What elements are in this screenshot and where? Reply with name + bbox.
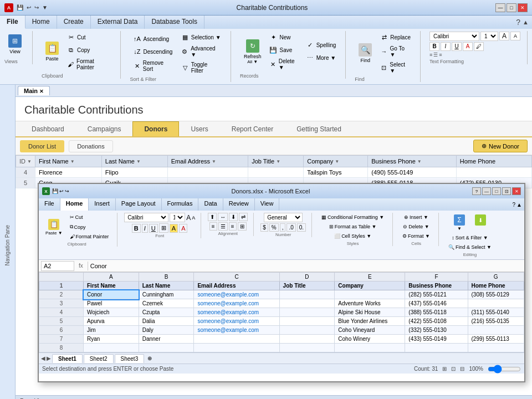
excel-format-as-table-btn[interactable]: ⊞ Format as Table ▼ — [326, 222, 380, 231]
excel-comma-btn[interactable]: , — [280, 223, 286, 232]
excel-cell-b3[interactable]: Czernek — [139, 299, 194, 308]
email-cell[interactable] — [167, 167, 248, 178]
excel-insert-sheet-btn[interactable]: ⊕ — [147, 355, 152, 361]
bold-btn[interactable]: B — [429, 42, 439, 51]
font-size-select[interactable]: 11 — [480, 32, 498, 41]
excel-find-select-btn[interactable]: 🔍 Find & Select ▼ — [446, 243, 494, 252]
excel-help-icon[interactable]: ? — [513, 202, 516, 208]
th-home-phone[interactable]: Home Phone — [456, 156, 531, 167]
excel-close-btn[interactable]: ✕ — [512, 187, 521, 195]
excel-tab-view[interactable]: View — [255, 198, 280, 211]
excel-view-normal-btn[interactable]: ⊞ — [442, 366, 447, 372]
new-record-btn[interactable]: ✦ New — [266, 31, 301, 43]
th-email-address[interactable]: Email Address ▼ — [167, 156, 248, 167]
excel-cell-f1[interactable]: Business Phone — [405, 282, 468, 290]
excel-align-center-btn[interactable]: ☰ — [218, 222, 228, 231]
advanced-btn[interactable]: ⚙ Advanced ▼ — [178, 44, 224, 59]
excel-zoom-slider[interactable] — [488, 365, 521, 374]
excel-cell-d6[interactable] — [279, 326, 335, 335]
excel-sheet-tab-sheet1[interactable]: Sheet1 — [52, 354, 83, 363]
cut-btn[interactable]: ✂ Cut — [64, 31, 114, 43]
excel-cell-g3[interactable] — [468, 299, 524, 308]
excel-cell-c8[interactable] — [194, 344, 279, 352]
excel-cell-a4[interactable]: Wojciech — [84, 308, 139, 317]
excel-underline-btn[interactable]: U — [149, 224, 158, 233]
excel-top-align-btn[interactable]: ⬆ — [208, 213, 217, 221]
replace-btn[interactable]: ⇄ Replace — [377, 31, 413, 43]
excel-cell-b1[interactable]: Last Name — [139, 282, 194, 290]
excel-sheet-tab-sheet3[interactable]: Sheet3 — [115, 354, 145, 363]
main-tab-close[interactable]: ✕ — [39, 89, 44, 94]
excel-cell-g8[interactable] — [468, 344, 524, 352]
excel-cell-a6[interactable]: Jim — [84, 326, 139, 335]
last-name-cell[interactable]: Flipo — [101, 167, 167, 178]
nav-tab-campaigns[interactable]: Campaigns — [76, 121, 133, 136]
first-name-cell[interactable]: Florence — [35, 167, 101, 178]
excel-cell-d4[interactable] — [279, 308, 335, 317]
excel-col-a[interactable]: A — [84, 273, 139, 282]
cell-reference-box[interactable] — [41, 261, 74, 271]
excel-cell-b5[interactable]: Dalia — [139, 317, 194, 326]
excel-cell-b8[interactable] — [139, 344, 194, 352]
excel-sheet-scroll-right[interactable]: ▶ — [47, 355, 51, 361]
nav-tab-dashboard[interactable]: Dashboard — [20, 121, 76, 136]
excel-cell-f7[interactable]: (433) 555-0149 — [405, 335, 468, 344]
excel-cell-d8[interactable] — [279, 344, 335, 352]
align-right-btn[interactable]: ≡ — [439, 52, 442, 58]
main-object-tab[interactable]: Main ✕ — [18, 86, 50, 95]
excel-bold-btn[interactable]: B — [132, 224, 141, 233]
excel-mid-align-btn[interactable]: ↔ — [218, 213, 228, 221]
excel-cell-d7[interactable] — [279, 335, 335, 344]
excel-cell-e6[interactable]: Coho Vineyard — [335, 326, 405, 335]
business-phone-cell[interactable]: (490) 555-0149 — [368, 167, 457, 178]
home-phone-cell[interactable] — [456, 167, 531, 178]
excel-percent-btn[interactable]: % — [269, 223, 279, 232]
maximize-btn[interactable]: □ — [507, 3, 516, 12]
excel-font-size[interactable]: 11 — [170, 213, 185, 222]
tab-home[interactable]: Home — [25, 16, 57, 29]
nav-tab-users[interactable]: Users — [179, 121, 219, 136]
save-record-btn[interactable]: 💾 Save — [266, 44, 301, 56]
copy-btn[interactable]: ⧉ Copy — [64, 44, 114, 56]
remove-sort-btn[interactable]: ✕ Remove Sort — [130, 58, 176, 74]
tab-create[interactable]: Create — [57, 16, 91, 29]
excel-maximize-btn[interactable]: ⊡ — [502, 187, 511, 195]
excel-ribbon-toggle[interactable]: ▲ — [516, 202, 522, 208]
excel-cell-e2[interactable] — [335, 290, 405, 299]
excel-cell-g2[interactable]: (308) 555-0129 — [468, 290, 524, 299]
excel-paste-btn[interactable]: 📋 Paste ▼ — [42, 217, 66, 237]
excel-cell-a8[interactable] — [84, 344, 139, 352]
select-btn[interactable]: ⊡ Select ▼ — [377, 60, 413, 75]
excel-wrap-text-btn[interactable]: ⇌ — [239, 213, 248, 221]
excel-tab-home[interactable]: Home — [60, 198, 89, 211]
excel-tab-insert[interactable]: Insert — [89, 198, 116, 211]
excel-sheet-tab-sheet2[interactable]: Sheet2 — [84, 354, 114, 363]
goto-btn[interactable]: → Go To ▼ — [377, 44, 413, 59]
excel-font-name[interactable]: Calibri — [124, 213, 168, 222]
close-btn[interactable]: ✕ — [518, 3, 528, 12]
excel-cell-c2[interactable]: someone@example.com — [194, 290, 279, 299]
excel-cell-f4[interactable]: (388) 555-0118 — [405, 308, 468, 317]
excel-align-left-btn[interactable]: ≡ — [209, 222, 217, 231]
format-painter-btn[interactable]: 🖌 Format Painter — [64, 57, 114, 72]
excel-bottom-align-btn[interactable]: ⬇ — [229, 213, 238, 221]
italic-btn[interactable]: I — [441, 42, 451, 51]
font-increase-btn[interactable]: A — [499, 32, 509, 40]
excel-cell-c5[interactable]: someone@example.com — [194, 317, 279, 326]
font-name-select[interactable]: Calibri — [429, 32, 479, 41]
delete-record-btn[interactable]: ✕ Delete ▼ — [266, 57, 301, 72]
excel-format-painter-btn[interactable]: 🖌 Format Painter — [67, 232, 112, 241]
toggle-filter-btn[interactable]: ▽ Toggle Filter — [178, 60, 224, 75]
excel-tab-file[interactable]: File — [39, 198, 60, 211]
excel-cell-g7[interactable]: (299) 555-0113 — [468, 335, 524, 344]
tab-external-data[interactable]: External Data — [91, 16, 145, 29]
more-btn[interactable]: ⋯ More ▼ — [303, 52, 339, 64]
nav-tab-getting-started[interactable]: Getting Started — [285, 121, 353, 136]
find-btn[interactable]: 🔍 Find — [355, 42, 376, 65]
excel-cell-b7[interactable]: Danner — [139, 335, 194, 344]
th-last-name[interactable]: Last Name ▼ — [101, 156, 167, 167]
excel-cell-c4[interactable]: someone@example.com — [194, 308, 279, 317]
sub-tab-donations[interactable]: Donations — [69, 140, 113, 152]
ascending-btn[interactable]: ↑A Ascending — [130, 33, 176, 45]
excel-delete-cells-btn[interactable]: ⊖ Delete ▼ — [400, 222, 432, 231]
